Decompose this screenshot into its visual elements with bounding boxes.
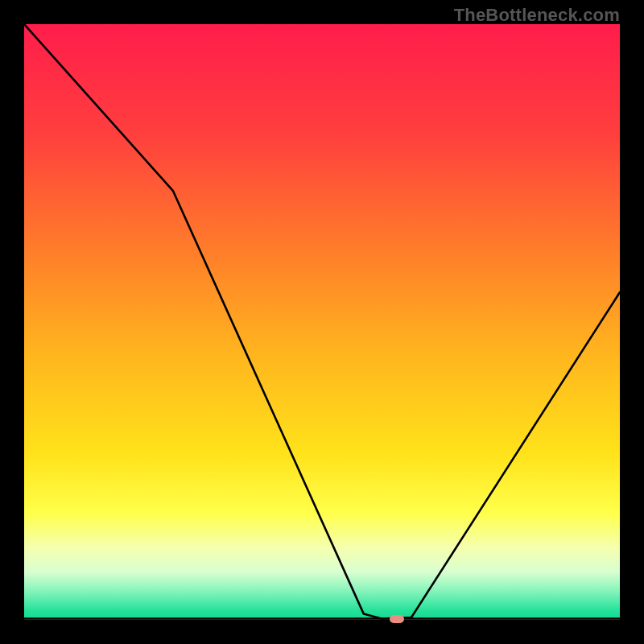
- chart-frame: TheBottleneck.com: [0, 0, 644, 644]
- plot-area: [24, 24, 620, 620]
- watermark-text: TheBottleneck.com: [454, 5, 620, 26]
- chart-svg: [24, 24, 620, 620]
- gradient-background: [24, 24, 620, 620]
- optimal-point-marker: [390, 615, 404, 623]
